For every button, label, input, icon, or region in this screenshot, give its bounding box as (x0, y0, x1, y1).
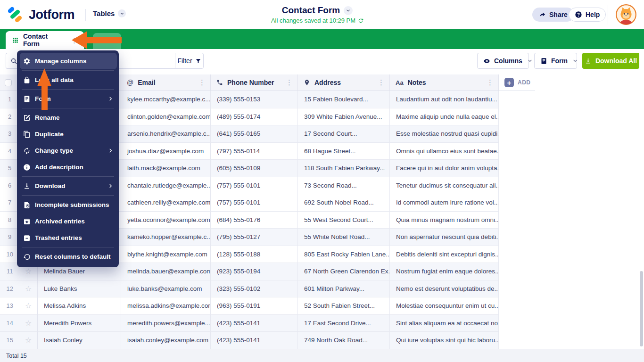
menu-item-rename[interactable]: Rename (20, 109, 117, 126)
cell-address[interactable]: 15 Fabien Boulevard... (298, 91, 390, 108)
cell-email[interactable]: meredith.powers@example... (121, 315, 211, 332)
cell-name[interactable]: Luke Banks (38, 280, 121, 298)
columns-button[interactable]: Columns (477, 53, 529, 69)
cell-phone[interactable]: (641) 555-0165 (211, 125, 298, 143)
title-chevron-down-icon[interactable] (344, 6, 353, 15)
vertical-scrollbar[interactable] (640, 271, 643, 346)
select-all-checkbox[interactable] (5, 79, 12, 86)
cell-email[interactable]: arsenio.hendrix@example.c... (121, 125, 211, 143)
star-icon[interactable]: ☆ (19, 301, 37, 310)
add-column-button[interactable]: + ADD (499, 74, 535, 91)
cell-name[interactable]: Meredith Powers (38, 315, 121, 332)
menu-item-incomplete-submissions[interactable]: Incomplete submissions (20, 197, 117, 213)
cell-email[interactable]: kylee.mccarthy@example.c... (121, 91, 211, 108)
cell-phone[interactable]: (797) 555-0114 (211, 143, 298, 160)
cell-email[interactable]: joshua.diaz@example.com (121, 143, 211, 160)
cell-address[interactable]: 68 Hague Street... (298, 143, 390, 160)
cell-address[interactable]: 805 East Rocky Fabien Lane... (298, 246, 390, 263)
menu-item-download[interactable]: Download (20, 178, 117, 194)
cell-email[interactable]: luke.banks@example.com (121, 280, 211, 298)
cell-email[interactable]: kameko.hopper@example.c... (121, 229, 211, 246)
cell-phone[interactable]: (963) 555-0191 (211, 297, 298, 315)
cell-address[interactable]: 692 South Nobel Road... (298, 194, 390, 212)
cell-address[interactable]: 55 White Nobel Road... (298, 229, 390, 246)
share-button[interactable]: Share (532, 8, 574, 22)
cell-email[interactable]: melissa.adkins@example.com (121, 297, 211, 315)
cell-notes[interactable]: Debitis deleniti sint excepturi dignis..… (390, 246, 499, 263)
cell-email[interactable]: yetta.oconnor@example.com (121, 212, 211, 229)
cell-email[interactable]: isaiah.conley@example.com (121, 332, 211, 349)
cell-phone[interactable]: (795) 555-0127 (211, 229, 298, 246)
tab-menu-dots-icon[interactable]: ⋮ (69, 36, 79, 45)
cell-notes[interactable]: Maxime aliquip unde nulla eaque el... (390, 108, 499, 126)
menu-item-lock-all-data[interactable]: Lock all data (20, 72, 117, 88)
star-icon[interactable]: ☆ (19, 284, 37, 293)
cell-notes[interactable]: Molestiae consequuntur enim ut cu... (390, 297, 499, 315)
cell-phone[interactable]: (489) 555-0174 (211, 108, 298, 126)
cell-address[interactable]: 67 North Green Clarendon Ex... (298, 263, 390, 280)
cell-phone[interactable]: (423) 555-0141 (211, 332, 298, 349)
tab-second[interactable]: ANEW (93, 33, 121, 49)
cell-phone[interactable]: (323) 555-0102 (211, 280, 298, 298)
cell-notes[interactable]: Quia minus magnam nostrum omni... (390, 212, 499, 229)
column-menu-dots-icon[interactable]: ⋮ (198, 78, 206, 87)
cell-address[interactable]: 749 North Oak Road... (298, 332, 390, 349)
cell-notes[interactable]: Sint alias aliquam ea at occaecat no... (390, 315, 499, 332)
cell-name[interactable]: Isaiah Conley (38, 332, 121, 349)
cell-notes[interactable]: Qui iure voluptas sint qui hic laboru... (390, 332, 499, 349)
column-header-email[interactable]: @Email⋮ (121, 74, 211, 91)
tab-contact-form[interactable]: Contact Form ⋮ (6, 31, 84, 49)
cell-notes[interactable]: Id commodi autem irure ratione vol... (390, 194, 499, 212)
column-menu-dots-icon[interactable]: ⋮ (285, 78, 294, 87)
menu-item-change-type[interactable]: Change type (20, 142, 117, 159)
cell-address[interactable]: 601 Milton Parkway... (298, 280, 390, 298)
cell-phone[interactable]: (128) 555-0188 (211, 246, 298, 263)
cell-notes[interactable]: Nostrum fugiat enim eaque dolores... (390, 263, 499, 280)
menu-item-duplicate[interactable]: Duplicate (20, 126, 117, 142)
cell-notes[interactable]: Nemo est deserunt voluptatibus de... (390, 280, 499, 298)
help-button[interactable]: Help (569, 8, 606, 22)
cell-email[interactable]: melinda.bauer@example.com (121, 263, 211, 280)
cell-email[interactable]: chantale.rutledge@example... (121, 177, 211, 195)
avatar[interactable] (616, 4, 636, 25)
cell-notes[interactable]: Non aspernatur nesciunt quia debiti... (390, 229, 499, 246)
cell-phone[interactable]: (339) 555-0153 (211, 91, 298, 108)
cell-phone[interactable]: (923) 555-0194 (211, 263, 298, 280)
menu-item-archived-entries[interactable]: Archived entries (20, 213, 117, 230)
menu-item-reset-columns[interactable]: Reset columns to default (20, 248, 117, 265)
cell-email[interactable]: blythe.knight@example.com (121, 246, 211, 263)
cell-address[interactable]: 17 East Second Drive... (298, 315, 390, 332)
cell-notes[interactable]: Esse molestiae nostrud quasi cupidi... (390, 125, 499, 143)
cell-phone[interactable]: (757) 555-0101 (211, 194, 298, 212)
star-icon[interactable]: ☆ (19, 319, 37, 328)
menu-item-add-description[interactable]: Add description (20, 159, 117, 175)
menu-item-form[interactable]: Form (20, 90, 117, 107)
cell-address[interactable]: 17 Second Court... (298, 125, 390, 143)
cell-phone[interactable]: (423) 555-0141 (211, 315, 298, 332)
cell-email[interactable]: cathleen.reilly@example.com (121, 194, 211, 212)
download-all-button[interactable]: Download All (582, 53, 639, 69)
menu-item-trashed-entries[interactable]: Trashed entries (20, 230, 117, 246)
column-header-phone[interactable]: Phone Number⋮ (211, 74, 298, 91)
cell-address[interactable]: 73 Second Road... (298, 177, 390, 195)
star-icon[interactable]: ☆ (19, 336, 37, 345)
cell-notes[interactable]: Tenetur ducimus sit consequatur ali... (390, 177, 499, 195)
column-menu-dots-icon[interactable]: ⋮ (377, 78, 386, 87)
cell-notes[interactable]: Omnis qui ullamco eius sunt beatae... (390, 143, 499, 160)
cell-phone[interactable]: (684) 555-0176 (211, 212, 298, 229)
cell-notes[interactable]: Facere qui in aut dolor anim volupta... (390, 160, 499, 177)
filter-button[interactable]: Filter (175, 53, 204, 69)
cell-address[interactable]: 309 White Fabien Avenue... (298, 108, 390, 126)
form-button[interactable]: Form (534, 53, 577, 69)
star-icon[interactable]: ☆ (19, 267, 37, 276)
cell-email[interactable]: laith.mack@example.com (121, 160, 211, 177)
cell-address[interactable]: 55 West Second Court... (298, 212, 390, 229)
cell-phone[interactable]: (757) 555-0101 (211, 177, 298, 195)
column-menu-dots-icon[interactable]: ⋮ (486, 78, 495, 87)
cell-email[interactable]: clinton.golden@example.com (121, 108, 211, 126)
column-header-notes[interactable]: AaNotes⋮ (390, 74, 499, 91)
column-header-address[interactable]: Address⋮ (298, 74, 390, 91)
cell-address[interactable]: 118 South Fabien Parkway... (298, 160, 390, 177)
cell-notes[interactable]: Laudantium aut odit non laudantiu... (390, 91, 499, 108)
cell-address[interactable]: 52 South Fabien Street... (298, 297, 390, 315)
